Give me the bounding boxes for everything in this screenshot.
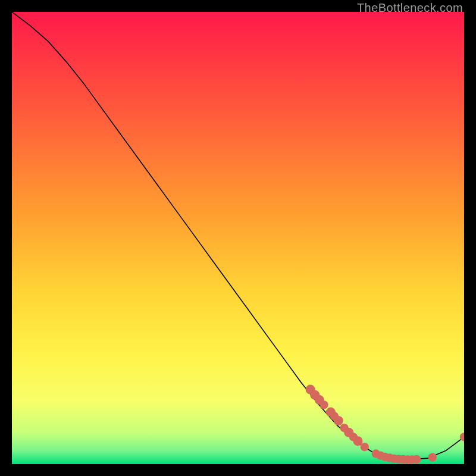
data-marker [361,443,369,451]
data-marker [412,455,421,464]
chart-svg [12,12,464,464]
data-marker [428,453,437,461]
bottleneck-curve [12,12,464,459]
marker-group [306,385,464,464]
data-marker [353,436,362,446]
data-marker [334,416,343,425]
plot-area [12,12,464,464]
watermark-text: TheBottleneck.com [357,1,463,15]
data-marker [320,400,328,409]
chart-container: TheBottleneck.com [0,0,476,476]
